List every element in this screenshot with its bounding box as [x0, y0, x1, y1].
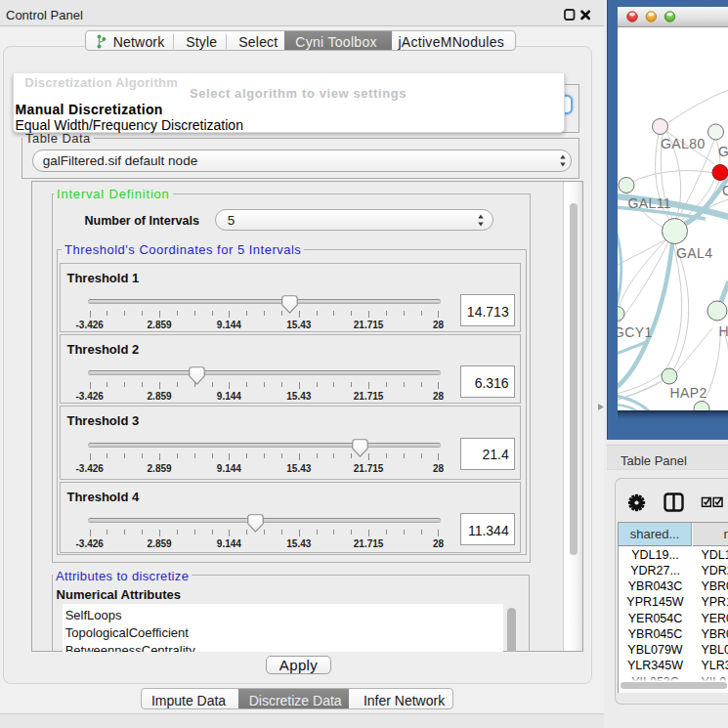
svg-text:GAL4: GAL4: [676, 245, 712, 261]
svg-text:GAL11: GAL11: [628, 195, 672, 211]
svg-text:GA: GA: [718, 144, 728, 159]
svg-text:C: C: [722, 183, 728, 198]
svg-text:GCY1: GCY1: [618, 324, 653, 340]
svg-text:H: H: [719, 323, 728, 339]
svg-text:HAP2: HAP2: [670, 385, 707, 401]
svg-text:GAL80: GAL80: [661, 136, 706, 151]
